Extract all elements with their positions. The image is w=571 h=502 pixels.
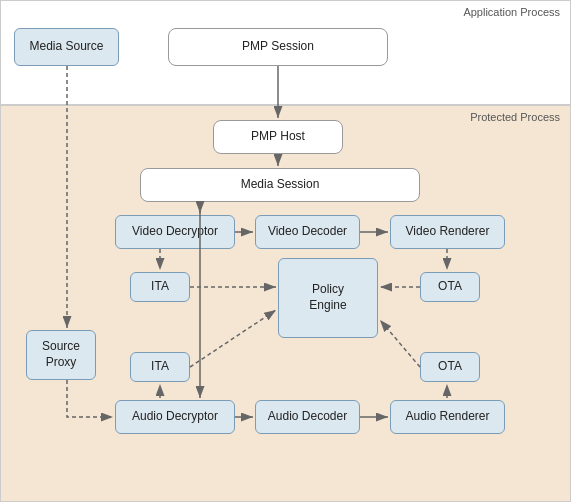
media-source-box: Media Source [14, 28, 119, 66]
source-proxy-box: Source Proxy [26, 330, 96, 380]
pmp-host-box: PMP Host [213, 120, 343, 154]
video-decoder-box: Video Decoder [255, 215, 360, 249]
policy-engine-box: Policy Engine [278, 258, 378, 338]
app-region-label: Application Process [463, 6, 560, 18]
audio-decoder-box: Audio Decoder [255, 400, 360, 434]
ita-bottom-box: ITA [130, 352, 190, 382]
audio-renderer-box: Audio Renderer [390, 400, 505, 434]
ita-top-box: ITA [130, 272, 190, 302]
pmp-session-box: PMP Session [168, 28, 388, 66]
video-decryptor-box: Video Decryptor [115, 215, 235, 249]
ota-top-box: OTA [420, 272, 480, 302]
protected-region-label: Protected Process [470, 111, 560, 123]
media-session-box: Media Session [140, 168, 420, 202]
video-renderer-box: Video Renderer [390, 215, 505, 249]
ota-bottom-box: OTA [420, 352, 480, 382]
audio-decryptor-box: Audio Decryptor [115, 400, 235, 434]
